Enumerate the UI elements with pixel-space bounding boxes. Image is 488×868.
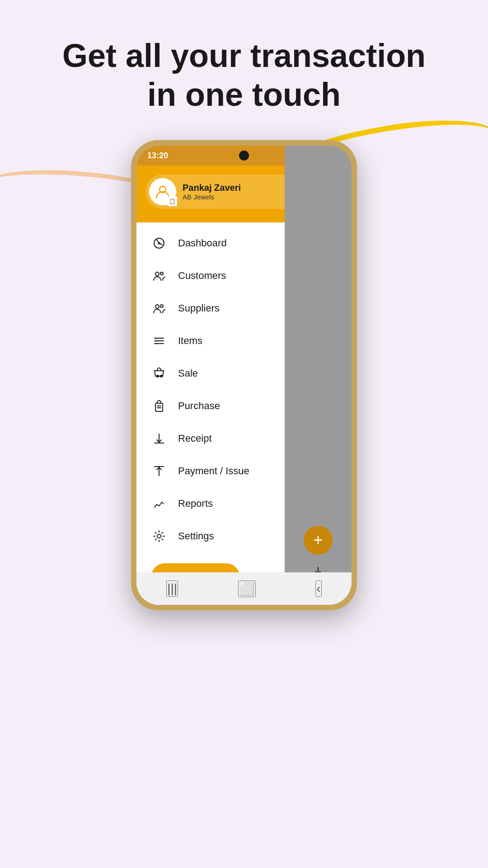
user-info: Pankaj Zaveri AB Jewels (183, 183, 287, 201)
menu-label-sale: Sale (178, 368, 198, 379)
settings-icon (151, 528, 167, 544)
nav-back-button[interactable]: ||| (166, 580, 178, 597)
menu-label-payment: Payment / Issue (178, 465, 249, 477)
items-icon (151, 333, 167, 349)
page-heading: Get all your transaction in one touch (0, 36, 488, 114)
nav-recent-button[interactable]: ‹ (315, 580, 321, 597)
purchase-icon (151, 398, 167, 414)
fab-add-button[interactable]: + (304, 526, 333, 555)
avatar: 📋 (149, 178, 176, 205)
phone-frame: 13:20 ⊙ 📶 ▌▌ 66% 🔋 (131, 140, 357, 610)
svg-point-5 (159, 243, 160, 244)
user-name: Pankaj Zaveri (183, 183, 287, 193)
dashboard-icon (151, 235, 167, 251)
nav-bar: ||| ⬜ ‹ (136, 572, 352, 605)
customers-icon (151, 268, 167, 284)
right-panel: + Receipt (285, 146, 352, 605)
svg-point-9 (160, 305, 163, 307)
reports-icon (151, 495, 167, 512)
svg-point-7 (160, 272, 163, 275)
status-time: 13:20 (147, 151, 168, 160)
avatar-badge: 📋 (167, 196, 177, 206)
phone-content: 📋 Pankaj Zaveri AB Jewels ▼ (136, 165, 352, 605)
menu-label-customers: Customers (178, 270, 226, 282)
menu-label-settings: Settings (178, 530, 214, 542)
user-profile[interactable]: 📋 Pankaj Zaveri AB Jewels ▼ (145, 175, 305, 209)
svg-point-6 (155, 272, 159, 276)
payment-icon (151, 463, 167, 479)
menu-label-receipt: Receipt (178, 433, 212, 444)
menu-label-reports: Reports (178, 498, 213, 509)
menu-label-items: Items (178, 335, 202, 347)
menu-label-dashboard: Dashboard (178, 237, 227, 249)
user-company: AB Jewels (183, 193, 287, 201)
svg-point-15 (156, 343, 157, 344)
menu-label-purchase: Purchase (178, 400, 220, 412)
nav-home-button[interactable]: ⬜ (238, 580, 256, 597)
phone-screen: 13:20 ⊙ 📶 ▌▌ 66% 🔋 (136, 146, 352, 605)
svg-point-13 (156, 338, 157, 339)
suppliers-icon (151, 300, 167, 316)
phone-mockup: 13:20 ⊙ 📶 ▌▌ 66% 🔋 (131, 140, 357, 610)
svg-point-25 (157, 534, 161, 538)
svg-point-8 (155, 305, 159, 308)
sale-icon (151, 365, 167, 382)
svg-point-14 (156, 340, 157, 342)
receipt-icon (151, 430, 167, 447)
camera-notch (239, 151, 249, 160)
menu-label-suppliers: Suppliers (178, 302, 220, 314)
